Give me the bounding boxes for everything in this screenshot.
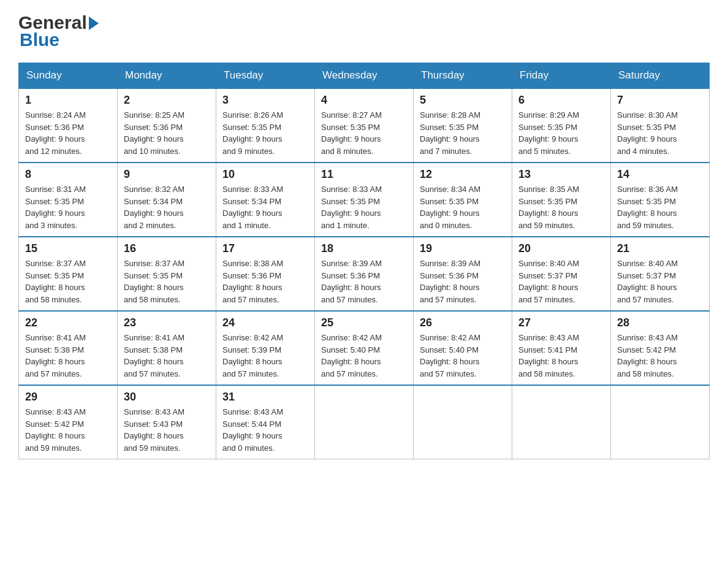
calendar-cell <box>512 385 611 459</box>
calendar-cell <box>315 385 414 459</box>
calendar-cell <box>414 385 512 459</box>
day-info: Sunrise: 8:43 AMSunset: 5:42 PMDaylight:… <box>617 332 703 380</box>
calendar-cell: 2Sunrise: 8:25 AMSunset: 5:36 PMDaylight… <box>118 88 216 163</box>
calendar-cell: 31Sunrise: 8:43 AMSunset: 5:44 PMDayligh… <box>216 385 315 459</box>
col-header-tuesday: Tuesday <box>216 63 315 89</box>
day-number: 3 <box>222 94 308 107</box>
day-number: 29 <box>25 391 111 404</box>
calendar-cell: 29Sunrise: 8:43 AMSunset: 5:42 PMDayligh… <box>19 385 118 459</box>
calendar-cell: 20Sunrise: 8:40 AMSunset: 5:37 PMDayligh… <box>512 237 611 311</box>
day-info: Sunrise: 8:37 AMSunset: 5:35 PMDaylight:… <box>124 258 210 305</box>
day-info: Sunrise: 8:41 AMSunset: 5:38 PMDaylight:… <box>25 332 111 380</box>
calendar-table: SundayMondayTuesdayWednesdayThursdayFrid… <box>18 63 710 459</box>
day-info: Sunrise: 8:26 AMSunset: 5:35 PMDaylight:… <box>222 109 308 157</box>
day-info: Sunrise: 8:43 AMSunset: 5:43 PMDaylight:… <box>124 406 210 454</box>
day-info: Sunrise: 8:43 AMSunset: 5:42 PMDaylight:… <box>25 406 111 454</box>
day-info: Sunrise: 8:33 AMSunset: 5:35 PMDaylight:… <box>321 183 407 231</box>
day-number: 4 <box>321 94 407 107</box>
calendar-cell: 11Sunrise: 8:33 AMSunset: 5:35 PMDayligh… <box>315 163 414 237</box>
col-header-friday: Friday <box>512 63 611 89</box>
calendar-cell: 25Sunrise: 8:42 AMSunset: 5:40 PMDayligh… <box>315 311 414 385</box>
day-number: 26 <box>420 316 506 329</box>
week-row-4: 22Sunrise: 8:41 AMSunset: 5:38 PMDayligh… <box>19 311 710 385</box>
calendar-cell: 19Sunrise: 8:39 AMSunset: 5:36 PMDayligh… <box>414 237 512 311</box>
day-info: Sunrise: 8:28 AMSunset: 5:35 PMDaylight:… <box>420 109 506 157</box>
calendar-cell: 5Sunrise: 8:28 AMSunset: 5:35 PMDaylight… <box>414 88 512 163</box>
calendar-cell: 18Sunrise: 8:39 AMSunset: 5:36 PMDayligh… <box>315 237 414 311</box>
calendar-cell: 26Sunrise: 8:42 AMSunset: 5:40 PMDayligh… <box>414 311 512 385</box>
day-number: 24 <box>222 316 308 329</box>
calendar-cell: 30Sunrise: 8:43 AMSunset: 5:43 PMDayligh… <box>118 385 216 459</box>
day-number: 15 <box>25 242 111 255</box>
col-header-wednesday: Wednesday <box>315 63 414 89</box>
calendar-cell: 6Sunrise: 8:29 AMSunset: 5:35 PMDaylight… <box>512 88 611 163</box>
day-info: Sunrise: 8:40 AMSunset: 5:37 PMDaylight:… <box>617 258 703 305</box>
day-number: 11 <box>321 168 407 181</box>
col-header-thursday: Thursday <box>414 63 512 89</box>
day-number: 14 <box>617 168 703 181</box>
day-number: 2 <box>124 94 210 107</box>
week-row-5: 29Sunrise: 8:43 AMSunset: 5:42 PMDayligh… <box>19 385 710 459</box>
day-info: Sunrise: 8:35 AMSunset: 5:35 PMDaylight:… <box>518 183 604 231</box>
day-info: Sunrise: 8:40 AMSunset: 5:37 PMDaylight:… <box>518 258 604 305</box>
day-number: 27 <box>518 316 604 329</box>
day-number: 8 <box>25 168 111 181</box>
day-number: 25 <box>321 316 407 329</box>
day-number: 19 <box>420 242 506 255</box>
day-info: Sunrise: 8:33 AMSunset: 5:34 PMDaylight:… <box>222 183 308 231</box>
week-row-2: 8Sunrise: 8:31 AMSunset: 5:35 PMDaylight… <box>19 163 710 237</box>
day-info: Sunrise: 8:30 AMSunset: 5:35 PMDaylight:… <box>617 109 703 157</box>
day-info: Sunrise: 8:24 AMSunset: 5:36 PMDaylight:… <box>25 109 111 157</box>
calendar-cell: 13Sunrise: 8:35 AMSunset: 5:35 PMDayligh… <box>512 163 611 237</box>
col-header-sunday: Sunday <box>19 63 118 89</box>
calendar-cell: 28Sunrise: 8:43 AMSunset: 5:42 PMDayligh… <box>611 311 710 385</box>
day-number: 9 <box>124 168 210 181</box>
calendar-cell: 16Sunrise: 8:37 AMSunset: 5:35 PMDayligh… <box>118 237 216 311</box>
calendar-cell: 8Sunrise: 8:31 AMSunset: 5:35 PMDaylight… <box>19 163 118 237</box>
calendar-cell: 17Sunrise: 8:38 AMSunset: 5:36 PMDayligh… <box>216 237 315 311</box>
calendar-cell: 23Sunrise: 8:41 AMSunset: 5:38 PMDayligh… <box>118 311 216 385</box>
day-info: Sunrise: 8:27 AMSunset: 5:35 PMDaylight:… <box>321 109 407 157</box>
calendar-cell: 27Sunrise: 8:43 AMSunset: 5:41 PMDayligh… <box>512 311 611 385</box>
day-number: 30 <box>124 391 210 404</box>
day-info: Sunrise: 8:37 AMSunset: 5:35 PMDaylight:… <box>25 258 111 305</box>
day-number: 10 <box>222 168 308 181</box>
day-info: Sunrise: 8:41 AMSunset: 5:38 PMDaylight:… <box>124 332 210 380</box>
calendar-cell <box>611 385 710 459</box>
day-number: 20 <box>518 242 604 255</box>
logo-blue-text: Blue <box>20 29 59 50</box>
day-number: 18 <box>321 242 407 255</box>
day-number: 16 <box>124 242 210 255</box>
day-info: Sunrise: 8:42 AMSunset: 5:40 PMDaylight:… <box>321 332 407 380</box>
day-info: Sunrise: 8:39 AMSunset: 5:36 PMDaylight:… <box>420 258 506 305</box>
day-info: Sunrise: 8:34 AMSunset: 5:35 PMDaylight:… <box>420 183 506 231</box>
day-info: Sunrise: 8:42 AMSunset: 5:39 PMDaylight:… <box>222 332 308 380</box>
day-number: 23 <box>124 316 210 329</box>
week-row-1: 1Sunrise: 8:24 AMSunset: 5:36 PMDaylight… <box>19 88 710 163</box>
day-number: 21 <box>617 242 703 255</box>
calendar-cell: 7Sunrise: 8:30 AMSunset: 5:35 PMDaylight… <box>611 88 710 163</box>
day-info: Sunrise: 8:29 AMSunset: 5:35 PMDaylight:… <box>518 109 604 157</box>
calendar-cell: 9Sunrise: 8:32 AMSunset: 5:34 PMDaylight… <box>118 163 216 237</box>
day-number: 17 <box>222 242 308 255</box>
col-header-monday: Monday <box>118 63 216 89</box>
col-header-saturday: Saturday <box>611 63 710 89</box>
day-info: Sunrise: 8:25 AMSunset: 5:36 PMDaylight:… <box>124 109 210 157</box>
day-number: 7 <box>617 94 703 107</box>
day-info: Sunrise: 8:38 AMSunset: 5:36 PMDaylight:… <box>222 258 308 305</box>
calendar-cell: 1Sunrise: 8:24 AMSunset: 5:36 PMDaylight… <box>19 88 118 163</box>
day-info: Sunrise: 8:36 AMSunset: 5:35 PMDaylight:… <box>617 183 703 231</box>
day-number: 28 <box>617 316 703 329</box>
day-number: 12 <box>420 168 506 181</box>
header-row: SundayMondayTuesdayWednesdayThursdayFrid… <box>19 63 710 89</box>
day-number: 5 <box>420 94 506 107</box>
day-number: 1 <box>25 94 111 107</box>
day-number: 22 <box>25 316 111 329</box>
logo-arrow-icon <box>89 17 99 30</box>
calendar-cell: 4Sunrise: 8:27 AMSunset: 5:35 PMDaylight… <box>315 88 414 163</box>
day-number: 31 <box>222 391 308 404</box>
day-number: 6 <box>518 94 604 107</box>
day-info: Sunrise: 8:42 AMSunset: 5:40 PMDaylight:… <box>420 332 506 380</box>
calendar-cell: 15Sunrise: 8:37 AMSunset: 5:35 PMDayligh… <box>19 237 118 311</box>
calendar-cell: 14Sunrise: 8:36 AMSunset: 5:35 PMDayligh… <box>611 163 710 237</box>
